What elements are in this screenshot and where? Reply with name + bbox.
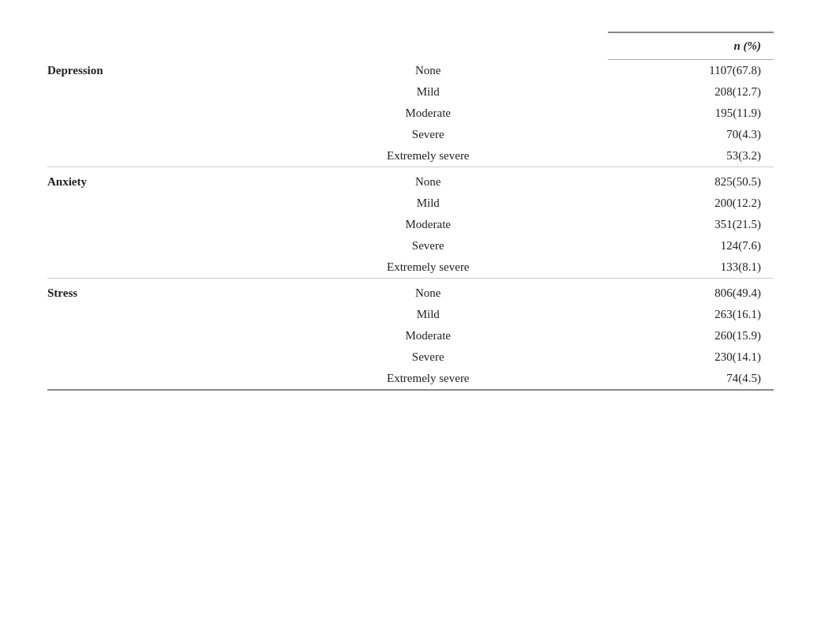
value-cell: 133(8.1)	[608, 256, 774, 279]
category-label	[47, 256, 255, 279]
table-footer-line	[47, 390, 774, 397]
level-label: None	[255, 167, 608, 193]
value-cell: 1107(67.8)	[608, 60, 774, 82]
header-n-pct: n (%)	[608, 32, 774, 60]
category-label	[47, 81, 255, 103]
value-cell: 351(21.5)	[608, 214, 774, 235]
level-label: Mild	[255, 81, 608, 103]
level-label: Mild	[255, 304, 608, 325]
value-cell: 825(50.5)	[608, 167, 774, 193]
value-cell: 70(4.3)	[608, 124, 774, 145]
category-label	[47, 346, 255, 368]
category-label	[47, 235, 255, 256]
level-label: Extremely severe	[255, 256, 608, 279]
level-label: Extremely severe	[255, 368, 608, 390]
value-cell: 208(12.7)	[608, 81, 774, 103]
category-label	[47, 193, 255, 214]
header-level	[255, 32, 608, 60]
value-cell: 230(14.1)	[608, 346, 774, 368]
level-label: None	[255, 60, 608, 82]
level-label: Moderate	[255, 325, 608, 346]
value-cell: 53(3.2)	[608, 145, 774, 167]
category-label	[47, 325, 255, 346]
value-cell: 195(11.9)	[608, 103, 774, 124]
header-category	[47, 32, 255, 60]
value-cell: 806(49.4)	[608, 279, 774, 305]
level-label: Severe	[255, 124, 608, 145]
level-label: Severe	[255, 235, 608, 256]
category-label	[47, 145, 255, 167]
level-label: None	[255, 279, 608, 305]
category-label	[47, 214, 255, 235]
data-table: n (%) DepressionNone1107(67.8)Mild208(12…	[47, 32, 774, 397]
table-container: n (%) DepressionNone1107(67.8)Mild208(12…	[47, 32, 774, 397]
category-label: Anxiety	[47, 167, 255, 193]
value-cell: 124(7.6)	[608, 235, 774, 256]
value-cell: 260(15.9)	[608, 325, 774, 346]
value-cell: 74(4.5)	[608, 368, 774, 390]
category-label: Depression	[47, 60, 255, 82]
value-cell: 263(16.1)	[608, 304, 774, 325]
level-label: Extremely severe	[255, 145, 608, 167]
category-label	[47, 304, 255, 325]
level-label: Moderate	[255, 103, 608, 124]
level-label: Severe	[255, 346, 608, 368]
value-cell: 200(12.2)	[608, 193, 774, 214]
category-label	[47, 124, 255, 145]
category-label	[47, 368, 255, 390]
category-label	[47, 103, 255, 124]
level-label: Moderate	[255, 214, 608, 235]
category-label: Stress	[47, 279, 255, 305]
level-label: Mild	[255, 193, 608, 214]
